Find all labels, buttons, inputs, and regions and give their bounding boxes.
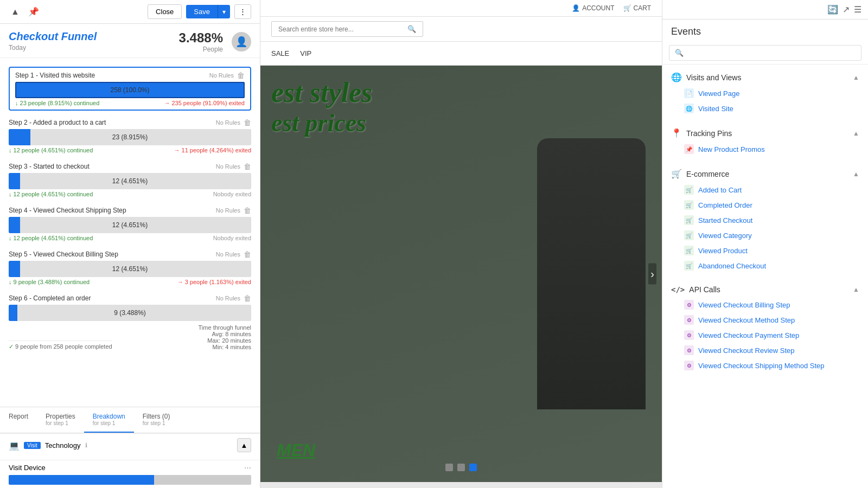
step-5-rules: No Rules 🗑 xyxy=(216,250,251,259)
viewed-product-icon: 🛒 xyxy=(684,246,694,255)
carousel-dot-active[interactable] xyxy=(469,464,477,471)
step-3-delete-icon[interactable]: 🗑 xyxy=(244,162,251,171)
list-button[interactable]: ☰ xyxy=(854,4,861,15)
nav-item-vip[interactable]: VIP xyxy=(300,42,311,65)
added-to-cart-icon: 🛒 xyxy=(684,185,694,195)
cart-link[interactable]: 🛒 CART xyxy=(623,4,651,12)
step-1-block: Step 1 - Visited this website No Rules 🗑… xyxy=(9,67,251,111)
step-2-delete-icon[interactable]: 🗑 xyxy=(244,118,251,127)
viewed-category-icon: 🛒 xyxy=(684,230,694,240)
step-2-label: Step 2 - Added a product to a cart xyxy=(9,119,106,126)
more-button[interactable]: ⋮ xyxy=(234,4,251,19)
events-list: 🌐 Visits and Views ▲ 📄 Viewed Page 🌐 Vis… xyxy=(662,65,868,488)
carousel-dot-1[interactable] xyxy=(445,464,453,471)
step-5-delete-icon[interactable]: 🗑 xyxy=(244,250,251,259)
time-label: Time through funnel xyxy=(199,324,251,331)
preview-top-bar: 👤 ACCOUNT 🛒 CART xyxy=(260,0,662,17)
search-input[interactable] xyxy=(278,25,407,33)
event-viewed-checkout-billing[interactable]: ⚙ Viewed Checkout Billing Step xyxy=(662,297,868,312)
center-preview: 👤 ACCOUNT 🛒 CART 🔍 SALE VIP est styles e… xyxy=(260,0,662,488)
events-search-container: 🔍 xyxy=(669,45,861,61)
step-4-stats: ↓ 12 people (4.651%) continued Nobody ex… xyxy=(9,235,251,241)
event-added-to-cart[interactable]: 🛒 Added to Cart xyxy=(662,182,868,197)
visit-device-more-icon[interactable]: ⋯ xyxy=(244,464,251,472)
tab-report[interactable]: Report xyxy=(0,407,37,433)
event-started-checkout[interactable]: 🛒 Started Checkout xyxy=(662,213,868,228)
event-new-product-promos[interactable]: 📌 New Product Promos xyxy=(662,142,868,157)
event-viewed-checkout-review[interactable]: ⚙ Viewed Checkout Review Step xyxy=(662,343,868,358)
close-button[interactable]: Close xyxy=(148,4,182,19)
nav-item-sale[interactable]: SALE xyxy=(271,42,289,65)
event-viewed-checkout-payment[interactable]: ⚙ Viewed Checkout Payment Step xyxy=(662,328,868,343)
globe-icon: 🌐 xyxy=(671,72,682,82)
step-3-nobody: Nobody exited xyxy=(213,191,251,197)
step-3-header: Step 3 - Started to checkout No Rules 🗑 xyxy=(9,162,251,171)
completed-order-icon: 🛒 xyxy=(684,200,694,210)
events-search-input[interactable] xyxy=(687,49,856,57)
account-link[interactable]: 👤 ACCOUNT xyxy=(572,4,614,12)
event-viewed-page[interactable]: 📄 Viewed Page xyxy=(662,86,868,101)
save-button[interactable]: Save xyxy=(186,5,218,18)
step-4-rules: No Rules 🗑 xyxy=(216,206,251,215)
step-6-delete-icon[interactable]: 🗑 xyxy=(244,294,251,303)
breakdown-device-icon: 💻 xyxy=(9,440,20,451)
breakdown-header: 💻 Visit Technology ℹ ▲ xyxy=(9,438,251,452)
ecommerce-section-header[interactable]: 🛒 E-commerce ▲ xyxy=(662,165,868,182)
step-4-continued: ↓ 12 people (4.651%) continued xyxy=(9,235,93,241)
up-icon-button[interactable]: ▲ xyxy=(9,5,22,19)
tab-properties[interactable]: Properties for step 1 xyxy=(37,407,84,433)
event-viewed-product[interactable]: 🛒 Viewed Product xyxy=(662,243,868,258)
step-1-rules: No Rules 🗑 xyxy=(209,71,245,80)
pin-icon: 📍 xyxy=(671,128,682,138)
api-section-header[interactable]: </> API Calls ▲ xyxy=(662,282,868,297)
step-1-header: Step 1 - Visited this website No Rules 🗑 xyxy=(15,71,245,80)
event-viewed-checkout-shipping-method[interactable]: ⚙ Viewed Checkout Shipping Method Step xyxy=(662,358,868,373)
account-label: ACCOUNT xyxy=(582,4,614,12)
step-1-label: Step 1 - Visited this website xyxy=(15,72,95,79)
time-avg: Avg: 8 minutes xyxy=(199,331,251,337)
step-2-stats: ↓ 12 people (4.651%) continued → 11 peop… xyxy=(9,147,251,153)
tracking-section-header[interactable]: 📍 Tracking Pins ▲ xyxy=(662,125,868,142)
api-section-icon: </> xyxy=(671,285,685,294)
save-dropdown-button[interactable]: ▾ xyxy=(218,5,230,18)
funnel-subtitle: Today xyxy=(9,44,97,52)
events-section-ecommerce: 🛒 E-commerce ▲ 🛒 Added to Cart 🛒 Complet… xyxy=(662,161,868,278)
step-5-exited: → 3 people (1.163%) exited xyxy=(177,279,251,285)
visits-chevron-icon: ▲ xyxy=(853,74,859,81)
step-3-block: Step 3 - Started to checkout No Rules 🗑 … xyxy=(0,159,260,201)
avatar: 👤 xyxy=(232,32,251,52)
tracking-section-title: 📍 Tracking Pins xyxy=(671,128,732,138)
event-viewed-checkout-method[interactable]: ⚙ Viewed Checkout Method Step xyxy=(662,312,868,328)
refresh-button[interactable]: 🔄 xyxy=(827,4,838,15)
step-3-bar: 12 (4.651%) xyxy=(9,173,251,189)
event-viewed-category[interactable]: 🛒 Viewed Category xyxy=(662,228,868,243)
events-section-tracking: 📍 Tracking Pins ▲ 📌 New Product Promos xyxy=(662,120,868,161)
step-4-delete-icon[interactable]: 🗑 xyxy=(244,206,251,215)
pin-icon-button[interactable]: 📌 xyxy=(26,4,41,19)
step-1-delete-icon[interactable]: 🗑 xyxy=(237,71,245,80)
breakdown-collapse-button[interactable]: ▲ xyxy=(237,438,251,452)
step-2-exited: → 11 people (4.264%) exited xyxy=(174,147,251,153)
event-completed-order[interactable]: 🛒 Completed Order xyxy=(662,197,868,213)
new-product-promos-icon: 📌 xyxy=(684,144,694,154)
hero-men-text[interactable]: MEN xyxy=(277,440,315,460)
external-link-button[interactable]: ↗ xyxy=(843,4,850,15)
step-3-bar-label: 12 (4.651%) xyxy=(9,177,251,185)
visits-section-title: 🌐 Visits and Views xyxy=(671,72,741,82)
step-3-label: Step 3 - Started to checkout xyxy=(9,163,90,170)
tab-filters[interactable]: Filters (0) for step 1 xyxy=(134,407,179,433)
step-6-label: Step 6 - Completed an order xyxy=(9,294,91,302)
carousel-dot-2[interactable] xyxy=(457,464,465,471)
visits-section-header[interactable]: 🌐 Visits and Views ▲ xyxy=(662,69,868,86)
ecommerce-chevron-icon: ▲ xyxy=(853,170,859,178)
step-5-label: Step 5 - Viewed Checkout Billing Step xyxy=(9,251,118,258)
viewed-checkout-billing-icon: ⚙ xyxy=(684,300,694,310)
step-6-completion-text: 9 people from 258 people completed xyxy=(15,343,112,350)
carousel-arrow-right[interactable]: › xyxy=(648,264,656,285)
search-container: 🔍 xyxy=(271,21,423,37)
breakdown-info-icon[interactable]: ℹ xyxy=(85,442,87,449)
time-max: Max: 20 minutes xyxy=(199,337,251,344)
event-visited-site[interactable]: 🌐 Visited Site xyxy=(662,101,868,116)
event-abandoned-checkout[interactable]: 🛒 Abandoned Checkout xyxy=(662,258,868,273)
tab-breakdown[interactable]: Breakdown for step 1 xyxy=(84,407,134,433)
